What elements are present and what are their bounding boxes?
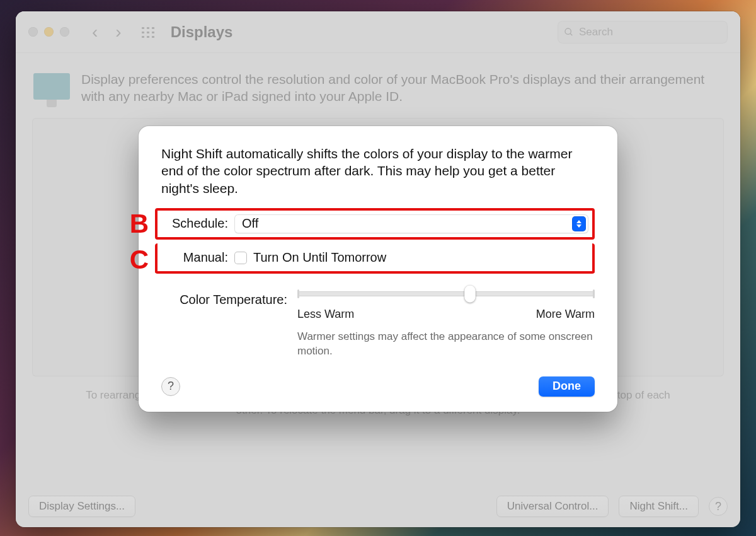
window-footer: Display Settings... Universal Control...… [16,496,740,517]
manual-checkbox-label: Turn On Until Tomorrow [253,250,386,265]
slider-max-label: More Warm [536,308,595,321]
help-button[interactable]: ? [709,497,728,516]
night-shift-sheet: Night Shift automatically shifts the col… [139,126,617,412]
manual-checkbox[interactable] [234,252,247,264]
search-placeholder: Search [579,26,613,38]
display-monitor-icon [33,73,70,100]
search-field[interactable]: Search [558,21,728,44]
night-shift-button[interactable]: Night Shift... [619,496,699,517]
done-button[interactable]: Done [539,376,595,397]
window-close-button[interactable] [28,27,38,37]
schedule-value: Off [242,216,258,231]
night-shift-label: Night Shift... [629,500,688,513]
annotation-box-b: Schedule: Off [155,208,595,240]
svg-point-0 [565,28,571,34]
color-temperature-hint: Warmer settings may affect the appearanc… [297,330,595,359]
annotation-letter-b: B [121,211,155,237]
manual-label: Manual: [163,250,228,265]
slider-min-label: Less Warm [297,308,354,321]
search-icon [564,27,574,37]
schedule-label: Schedule: [163,216,228,231]
universal-control-label: Universal Control... [507,500,598,513]
window-zoom-button[interactable] [60,27,69,37]
schedule-dropdown[interactable]: Off [234,214,588,233]
manual-row: Manual: Turn On Until Tomorrow [163,247,588,269]
dropdown-stepper-icon [572,216,586,231]
slider-thumb[interactable] [464,285,476,303]
annotation-letter-c: C [121,247,155,273]
sheet-help-button[interactable]: ? [161,377,180,396]
window-minimize-button[interactable] [44,27,54,37]
color-temperature-slider[interactable] [297,291,595,296]
universal-control-button[interactable]: Universal Control... [496,496,609,517]
window-toolbar: ‹ › Displays Search [16,11,740,53]
nav-forward-icon[interactable]: › [115,23,121,41]
schedule-row: Schedule: Off [163,213,588,235]
done-button-label: Done [553,380,581,393]
annotation-box-c: Manual: Turn On Until Tomorrow [155,243,595,274]
show-all-grid-icon[interactable] [140,26,156,38]
intro-row: Display preferences control the resoluti… [33,71,720,105]
svg-line-1 [570,33,572,35]
nav-back-icon[interactable]: ‹ [92,23,98,41]
system-preferences-window: ‹ › Displays Search Display preferences … [16,11,740,527]
sheet-help-label: ? [168,380,174,393]
color-temperature-label: Color Temperature: [161,291,287,307]
display-settings-button[interactable]: Display Settings... [28,496,135,517]
sheet-description: Night Shift automatically shifts the col… [161,145,595,197]
display-settings-label: Display Settings... [39,500,125,513]
color-temperature-row: Color Temperature: Less Warm More Warm W… [161,291,595,359]
window-title: Displays [171,23,233,41]
window-traffic-lights [28,27,69,37]
intro-text: Display preferences control the resoluti… [81,71,720,105]
